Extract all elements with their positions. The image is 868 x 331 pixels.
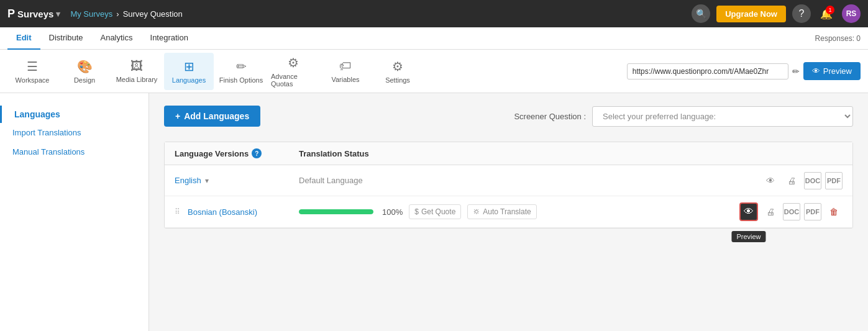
design-icon: 🎨	[77, 59, 93, 74]
drag-handle-icon[interactable]: ⠿	[175, 207, 180, 216]
toolbar-finish-options[interactable]: ✏ Finish Options	[216, 53, 266, 90]
toolbar-advance-quotas[interactable]: ⚙ Advance Quotas	[268, 53, 318, 90]
print-action-icon-bosnian[interactable]: 🖨	[762, 203, 779, 220]
breadcrumb: My Surveys › Survey Question	[70, 9, 182, 19]
progress-bar	[299, 209, 373, 214]
delete-action-icon[interactable]: 🗑	[825, 203, 843, 220]
doc-action-icon-bosnian[interactable]: DOC	[783, 203, 800, 220]
brand-logo[interactable]: P Surveys ▾	[7, 7, 60, 20]
language-name-bosnian: Bosnian (Bosanski)	[188, 207, 257, 217]
language-table: Language Versions ? Translation Status E…	[164, 142, 853, 229]
toolbar-finish-options-label: Finish Options	[219, 76, 263, 84]
finish-options-icon: ✏	[236, 59, 247, 74]
pdf-action-icon[interactable]: PDF	[825, 172, 843, 189]
col-lang-label: Language Versions	[175, 149, 249, 158]
search-icon[interactable]: 🔍	[692, 4, 710, 23]
toolbar-url-area: ✏ 👁 Preview	[627, 62, 861, 80]
nav-integration[interactable]: Integration	[142, 27, 197, 50]
row-status-english: Default Language	[299, 176, 423, 185]
toolbar-workspace-label: Workspace	[16, 76, 50, 84]
preview-highlighted-icon[interactable]: 👁	[739, 202, 758, 221]
nav-edit[interactable]: Edit	[7, 27, 40, 50]
main-content: Languages Import Translations Manual Tra…	[0, 93, 868, 331]
toolbar-design-label: Design	[74, 76, 95, 84]
sidebar-item-import-translations[interactable]: Import Translations	[0, 123, 148, 142]
toolbar-variables[interactable]: 🏷 Variables	[321, 53, 370, 90]
top-navigation: P Surveys ▾ My Surveys › Survey Question…	[0, 0, 868, 27]
table-row: ⠿ Bosnian (Bosanski) 100% $ Get Quote ⛭ …	[165, 196, 852, 228]
help-icon[interactable]: ?	[792, 4, 811, 23]
notification-count: 1	[826, 6, 834, 14]
progress-percent: 100%	[382, 207, 403, 217]
survey-url-input[interactable]	[627, 63, 788, 79]
progress-bar-container	[299, 209, 373, 214]
doc-action-icon[interactable]: DOC	[804, 172, 821, 189]
variables-icon: 🏷	[339, 59, 352, 73]
languages-icon: ⊞	[184, 59, 194, 74]
dollar-icon: $	[414, 207, 419, 216]
add-languages-button[interactable]: + Add Languages	[164, 106, 260, 127]
workspace-icon: ☰	[27, 59, 38, 74]
toolbar-settings-label: Settings	[385, 76, 410, 84]
preview-button[interactable]: 👁 Preview	[803, 62, 861, 80]
toolbar-media-library-label: Media Library	[116, 76, 158, 83]
advance-quotas-icon: ⚙	[288, 55, 299, 70]
toolbar-workspace[interactable]: ☰ Workspace	[7, 53, 57, 90]
preview-button-label: Preview	[823, 66, 852, 76]
sidebar: Languages Import Translations Manual Tra…	[0, 93, 149, 331]
settings-icon: ⚙	[392, 59, 403, 74]
content-area: + Add Languages Screener Question : Sele…	[149, 93, 868, 331]
row-icons-english: 👁 🖨 DOC PDF	[762, 172, 843, 189]
print-action-icon[interactable]: 🖨	[783, 172, 800, 189]
breadcrumb-separator: ›	[116, 9, 119, 19]
screener-area: Screener Question : Select your preferre…	[514, 106, 853, 127]
get-quote-button[interactable]: $ Get Quote	[409, 204, 461, 219]
brand-arrow: ▾	[56, 9, 60, 19]
toolbar-languages[interactable]: ⊞ Languages	[164, 53, 214, 90]
upgrade-button[interactable]: Upgrade Now	[716, 6, 786, 22]
add-languages-label: Add Languages	[184, 111, 249, 121]
preview-tooltip-wrapper: 👁 Preview	[739, 202, 758, 221]
responses-count: Responses: 0	[815, 34, 861, 43]
row-lang-english: English ▾	[175, 176, 299, 185]
toolbar-advance-quotas-label: Advance Quotas	[271, 73, 316, 88]
breadcrumb-current: Survey Question	[123, 9, 183, 19]
screener-label: Screener Question :	[514, 112, 586, 121]
toolbar-design[interactable]: 🎨 Design	[60, 53, 109, 90]
row-icons-bosnian: 👁 Preview 🖨 DOC PDF 🗑	[739, 202, 843, 221]
add-icon: +	[175, 111, 180, 121]
language-name-english: English	[175, 176, 201, 185]
dropdown-arrow-icon[interactable]: ▾	[205, 176, 209, 185]
toolbar-settings[interactable]: ⚙ Settings	[373, 53, 423, 90]
nav-analytics[interactable]: Analytics	[91, 27, 141, 50]
breadcrumb-my-surveys[interactable]: My Surveys	[70, 9, 112, 19]
table-row: English ▾ Default Language 👁 🖨 DOC PDF	[165, 165, 852, 196]
preview-action-icon[interactable]: 👁	[762, 172, 779, 189]
brand-name: Surveys	[17, 9, 53, 19]
notifications-icon[interactable]: 🔔 1	[817, 4, 836, 23]
col-translation-status: Translation Status	[299, 149, 843, 158]
top-nav-right: 🔍 Upgrade Now ? 🔔 1 RS	[692, 4, 861, 23]
screener-select[interactable]: Select your preferred language:	[592, 106, 853, 127]
help-icon[interactable]: ?	[252, 148, 262, 158]
edit-url-icon[interactable]: ✏	[792, 66, 800, 76]
media-library-icon: 🖼	[130, 59, 143, 73]
pdf-action-icon-bosnian[interactable]: PDF	[804, 203, 821, 220]
sidebar-item-manual-translations[interactable]: Manual Translations	[0, 142, 148, 161]
toolbar: ☰ Workspace 🎨 Design 🖼 Media Library ⊞ L…	[0, 50, 868, 93]
col-language-versions: Language Versions ?	[175, 148, 299, 158]
preview-tooltip: Preview	[731, 231, 765, 242]
toolbar-media-library[interactable]: 🖼 Media Library	[112, 53, 162, 90]
auto-translate-label: Auto Translate	[483, 207, 531, 216]
row-lang-bosnian: ⠿ Bosnian (Bosanski)	[175, 207, 299, 217]
translate-icon: ⛭	[473, 207, 480, 216]
avatar[interactable]: RS	[842, 4, 861, 23]
nav-distribute[interactable]: Distribute	[40, 27, 92, 50]
table-header: Language Versions ? Translation Status	[165, 142, 852, 165]
sidebar-title: Languages	[0, 106, 148, 123]
toolbar-languages-label: Languages	[172, 76, 206, 84]
get-quote-label: Get Quote	[421, 207, 455, 216]
auto-translate-button[interactable]: ⛭ Auto Translate	[467, 204, 536, 219]
second-navigation: Edit Distribute Analytics Integration Re…	[0, 27, 868, 50]
toolbar-variables-label: Variables	[331, 76, 359, 83]
